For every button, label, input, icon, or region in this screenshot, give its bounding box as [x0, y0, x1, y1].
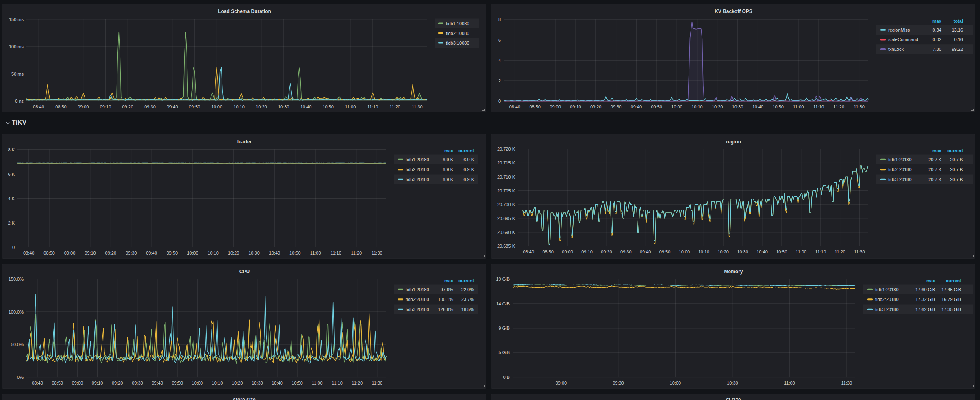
svg-text:09:00: 09:00 — [562, 249, 573, 254]
svg-text:max: max — [444, 148, 454, 153]
svg-text:20.7 K: 20.7 K — [928, 167, 941, 172]
svg-text:10:00: 10:00 — [192, 381, 203, 385]
svg-text:6.9 K: 6.9 K — [463, 157, 474, 162]
svg-text:11:10: 11:10 — [332, 381, 343, 385]
svg-text:staleCommand: staleCommand — [888, 37, 918, 42]
svg-text:tidb1:20180: tidb1:20180 — [406, 287, 429, 292]
svg-text:10:40: 10:40 — [272, 381, 283, 385]
svg-text:09:40: 09:40 — [631, 104, 642, 109]
svg-text:09:50: 09:50 — [167, 251, 178, 255]
svg-text:Memory: Memory — [724, 269, 743, 275]
svg-text:10:10: 10:10 — [212, 381, 223, 385]
svg-text:100.1%: 100.1% — [438, 297, 454, 302]
svg-text:150.0%: 150.0% — [9, 277, 24, 281]
svg-text:10:40: 10:40 — [269, 251, 280, 255]
svg-text:10:10: 10:10 — [233, 104, 245, 109]
svg-text:10:00: 10:00 — [670, 381, 681, 385]
svg-text:16.79 GiB: 16.79 GiB — [941, 297, 961, 302]
svg-text:09:10: 09:10 — [570, 104, 581, 109]
svg-text:11:20: 11:20 — [833, 104, 844, 109]
svg-text:leader: leader — [237, 139, 252, 145]
svg-text:10:20: 10:20 — [712, 104, 723, 109]
svg-text:11:20: 11:20 — [351, 251, 362, 255]
svg-text:11:00: 11:00 — [795, 249, 806, 254]
svg-text:150 ms: 150 ms — [9, 17, 24, 22]
svg-text:10:00: 10:00 — [671, 104, 682, 109]
svg-text:97.6%: 97.6% — [441, 287, 453, 292]
svg-text:09:10: 09:10 — [92, 381, 103, 385]
svg-text:08:50: 08:50 — [529, 104, 541, 109]
svg-text:11:30: 11:30 — [372, 251, 382, 255]
svg-text:17.62 GiB: 17.62 GiB — [915, 307, 935, 312]
svg-text:09:20: 09:20 — [105, 251, 117, 255]
svg-text:11:10: 11:10 — [813, 104, 824, 109]
svg-text:09:50: 09:50 — [189, 104, 200, 109]
svg-text:max: max — [932, 148, 942, 153]
svg-text:region: region — [726, 139, 741, 145]
svg-text:20.7 K: 20.7 K — [950, 157, 963, 162]
svg-text:17.32 GiB: 17.32 GiB — [915, 297, 935, 302]
svg-text:20.710 K: 20.710 K — [497, 175, 515, 179]
svg-text:20.715 K: 20.715 K — [497, 160, 515, 165]
svg-text:11:00: 11:00 — [345, 104, 356, 109]
svg-text:20.7 K: 20.7 K — [928, 157, 941, 162]
svg-text:09:40: 09:40 — [152, 381, 163, 385]
svg-text:0.02: 0.02 — [933, 37, 941, 42]
svg-text:20.705 K: 20.705 K — [497, 188, 515, 193]
svg-text:13.16: 13.16 — [952, 28, 963, 32]
svg-text:50 ms: 50 ms — [11, 71, 24, 76]
svg-text:50.0%: 50.0% — [11, 342, 24, 347]
svg-text:08:40: 08:40 — [33, 104, 44, 109]
svg-text:max: max — [926, 278, 936, 283]
svg-text:10:30: 10:30 — [248, 251, 260, 255]
svg-text:126.8%: 126.8% — [438, 307, 454, 312]
svg-text:09:30: 09:30 — [132, 381, 143, 385]
svg-text:11:00: 11:00 — [310, 251, 321, 255]
svg-text:tidb2:20180: tidb2:20180 — [875, 297, 899, 302]
svg-text:08:40: 08:40 — [32, 381, 43, 385]
svg-text:tidb3:20180: tidb3:20180 — [888, 177, 912, 182]
svg-text:100.0%: 100.0% — [9, 309, 24, 314]
svg-text:9 GiB: 9 GiB — [498, 326, 510, 331]
svg-text:11:20: 11:20 — [834, 249, 845, 254]
svg-text:20.7 K: 20.7 K — [950, 167, 963, 172]
svg-text:2 K: 2 K — [8, 221, 15, 225]
svg-text:10:00: 10:00 — [679, 249, 690, 254]
svg-text:20.695 K: 20.695 K — [497, 216, 515, 221]
svg-text:max: max — [932, 19, 942, 24]
svg-text:99.22: 99.22 — [952, 47, 963, 52]
svg-text:6.9 K: 6.9 K — [443, 177, 453, 182]
svg-text:11:30: 11:30 — [854, 249, 865, 254]
svg-text:09:10: 09:10 — [100, 104, 111, 109]
svg-text:tidb3:20180: tidb3:20180 — [406, 177, 429, 182]
svg-text:cf size: cf size — [726, 397, 741, 400]
svg-text:09:30: 09:30 — [611, 104, 622, 109]
svg-text:7.80: 7.80 — [933, 47, 941, 52]
svg-text:10:30: 10:30 — [732, 104, 743, 109]
svg-text:10:50: 10:50 — [772, 104, 784, 109]
svg-text:10:30: 10:30 — [727, 381, 738, 385]
svg-text:4: 4 — [498, 58, 501, 63]
svg-text:09:40: 09:40 — [640, 249, 651, 254]
svg-text:5 GiB: 5 GiB — [498, 350, 510, 355]
svg-text:Load Schema Duration: Load Schema Duration — [218, 9, 271, 14]
svg-text:8 K: 8 K — [8, 147, 15, 152]
svg-text:tidb3:20180: tidb3:20180 — [406, 307, 429, 312]
svg-text:11:00: 11:00 — [784, 381, 795, 385]
svg-text:09:00: 09:00 — [550, 104, 561, 109]
svg-text:10:00: 10:00 — [187, 251, 198, 255]
svg-text:09:50: 09:50 — [651, 104, 662, 109]
svg-text:10:10: 10:10 — [207, 251, 219, 255]
svg-text:09:40: 09:40 — [167, 104, 178, 109]
svg-text:10:30: 10:30 — [737, 249, 748, 254]
svg-text:11:10: 11:10 — [815, 249, 826, 254]
svg-text:09:20: 09:20 — [601, 249, 612, 254]
svg-text:tidb1:10080: tidb1:10080 — [446, 21, 469, 26]
svg-text:09:30: 09:30 — [126, 251, 137, 255]
svg-text:10:50: 10:50 — [291, 381, 303, 385]
svg-text:11:20: 11:20 — [389, 104, 400, 109]
svg-text:current: current — [458, 278, 474, 283]
svg-text:08:50: 08:50 — [55, 104, 67, 109]
svg-text:0 B: 0 B — [503, 375, 510, 380]
svg-text:20.7 K: 20.7 K — [950, 177, 963, 182]
